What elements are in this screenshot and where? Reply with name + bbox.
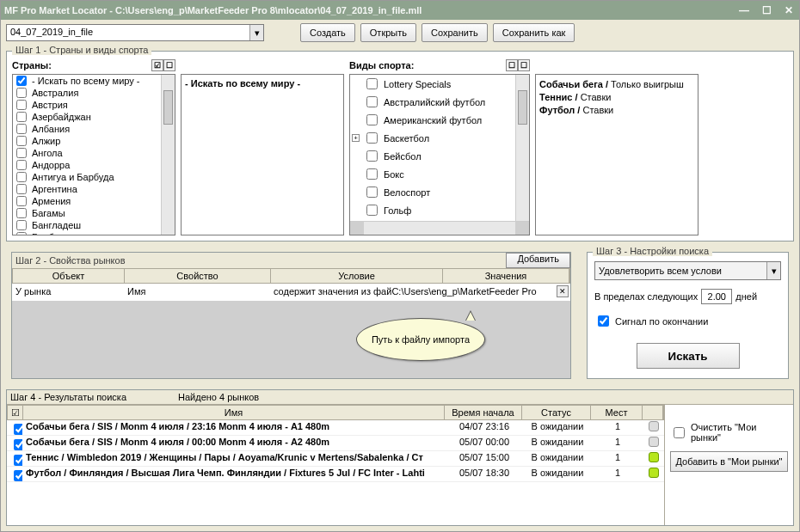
list-item[interactable]: Аргентина [13,183,175,195]
countries-list[interactable]: - Искать по всему миру - АвстралияАвстри… [12,74,175,235]
add-property-button[interactable]: Добавить [506,253,570,268]
col-check[interactable]: ☑ [8,406,23,419]
h-scrollbar[interactable] [350,221,529,235]
country-checkbox[interactable] [16,136,27,146]
list-item[interactable]: Австрия [13,99,175,111]
result-row[interactable]: Теннис / Wimbledon 2019 / Женщины / Пары… [7,451,664,467]
result-row[interactable]: Собачьи бега / SIS / Monm 4 июля / 00:00… [7,436,664,451]
save-as-button[interactable]: Сохранить как [493,23,575,42]
row-name: Собачьи бега / SIS / Monm 4 июля / 23:16… [22,420,446,435]
list-item[interactable]: Австралия [13,87,175,99]
list-item[interactable]: Андорра [13,159,175,171]
list-item[interactable]: Ангола [13,147,175,159]
sports-uncheck-all-icon[interactable]: ☐ [518,59,530,71]
list-item[interactable]: Азербайджан [13,111,175,123]
save-button[interactable]: Сохранить [422,23,488,42]
within-row: В пределах следующих 2.00 дней [594,289,781,304]
country-checkbox[interactable] [16,100,27,110]
row-checkbox[interactable] [14,470,22,481]
titlebar: MF Pro Market Locator - C:\Users\eng_p\M… [1,1,799,20]
tree-item[interactable]: Бейсбол [350,147,529,165]
clear-checkbox[interactable] [674,427,685,438]
country-checkbox[interactable] [16,232,27,235]
tree-item[interactable]: Велоспорт [350,183,529,201]
col-time[interactable]: Время начала [445,406,522,419]
step1-panel: Шаг 1 - Страны и виды спорта Страны: ☑ ☐… [6,51,794,242]
tree-item[interactable]: +Баскетбол [350,129,529,147]
sport-checkbox[interactable] [366,78,378,89]
delete-row-icon[interactable]: ✕ [557,285,569,297]
minimize-icon[interactable]: — [737,4,751,16]
country-checkbox[interactable] [16,148,27,158]
sports-list[interactable]: Lottery SpecialsАвстралийский футболАмер… [349,74,530,235]
sports-check-all-icon[interactable]: ☐ [506,59,518,71]
chevron-down-icon[interactable]: ▾ [766,262,780,279]
list-item[interactable]: - Искать по всему миру - [13,75,175,87]
list-item[interactable]: Антигуа и Барбуда [13,171,175,183]
row-name: Собачьи бега / SIS / Monm 4 июля / 00:00… [22,436,446,450]
file-select[interactable]: 04_07_2019_in_file ▾ [6,24,264,41]
row-checkbox[interactable] [14,455,22,466]
country-checkbox[interactable] [16,76,27,86]
country-checkbox[interactable] [16,112,27,122]
close-icon[interactable]: ✕ [782,4,796,16]
sport-checkbox[interactable] [366,205,378,216]
sport-checkbox[interactable] [366,96,378,107]
status-icon [649,421,659,431]
result-row[interactable]: Собачьи бега / SIS / Monm 4 июля / 23:16… [7,420,664,436]
countries-label: Страны: [12,60,52,70]
satisfy-combo[interactable]: Удовлетворить всем услови ▾ [594,261,781,280]
row-checkbox[interactable] [14,439,22,450]
open-button[interactable]: Открыть [360,23,416,42]
list-item[interactable]: Алжир [13,135,175,147]
col-places[interactable]: Мест [591,406,643,419]
chevron-down-icon[interactable]: ▾ [249,25,263,40]
country-checkbox[interactable] [16,184,27,194]
tree-item[interactable]: Бокс [350,165,529,183]
signal-checkbox-row[interactable]: Сигнал по окончании [594,313,781,329]
col-object: Объект [13,269,125,283]
scrollbar[interactable] [161,75,175,235]
signal-checkbox[interactable] [598,315,609,327]
search-button[interactable]: Искать [637,343,740,369]
sport-checkbox[interactable] [366,150,378,162]
sport-checkbox[interactable] [366,114,378,125]
scrollbar[interactable] [515,75,529,235]
col-condition: Условие [271,269,443,283]
row-checkbox[interactable] [14,424,22,435]
selected-country-text: - Искать по всему миру - [185,78,300,89]
tree-item[interactable]: Американский футбол [350,111,529,129]
property-row[interactable]: У рынка Имя содержит значения из файC:\U… [12,284,570,301]
result-row[interactable]: Футбол / Финляндия / Высшая Лига Чемп. Ф… [7,467,664,482]
country-checkbox[interactable] [16,208,27,218]
col-name[interactable]: Имя [23,406,445,419]
countries-uncheck-all-icon[interactable]: ☐ [163,59,175,71]
tree-item[interactable]: Lottery Specials [350,75,529,93]
tree-item[interactable]: Австралийский футбол [350,93,529,111]
list-item[interactable]: Барбадос [13,231,175,235]
sport-checkbox[interactable] [366,168,378,180]
sport-checkbox[interactable] [366,187,378,198]
days-input[interactable]: 2.00 [701,289,732,304]
create-button[interactable]: Создать [300,23,355,42]
list-item[interactable]: Армения [13,195,175,207]
list-item[interactable]: Бангладеш [13,219,175,231]
tree-item[interactable]: Гольф [350,201,529,219]
expand-icon[interactable]: + [352,134,360,142]
list-item[interactable]: Албания [13,123,175,135]
results-grid: ☑ Имя Время начала Статус Мест Собачьи б… [7,405,664,525]
add-to-my-markets-button[interactable]: Добавить в "Мои рынки" [670,451,788,472]
country-checkbox[interactable] [16,124,27,134]
country-checkbox[interactable] [16,172,27,182]
country-checkbox[interactable] [16,88,27,98]
country-checkbox[interactable] [16,196,27,206]
selected-countries-list: - Искать по всему миру - [181,74,344,235]
country-checkbox[interactable] [16,220,27,230]
countries-check-all-icon[interactable]: ☑ [151,59,163,71]
list-item[interactable]: Багамы [13,207,175,219]
col-status[interactable]: Статус [522,406,591,419]
maximize-icon[interactable]: ☐ [760,4,773,16]
country-checkbox[interactable] [16,160,27,170]
clear-my-markets-row[interactable]: Очистить "Мои рынки" [670,422,788,443]
sport-checkbox[interactable] [366,132,378,144]
